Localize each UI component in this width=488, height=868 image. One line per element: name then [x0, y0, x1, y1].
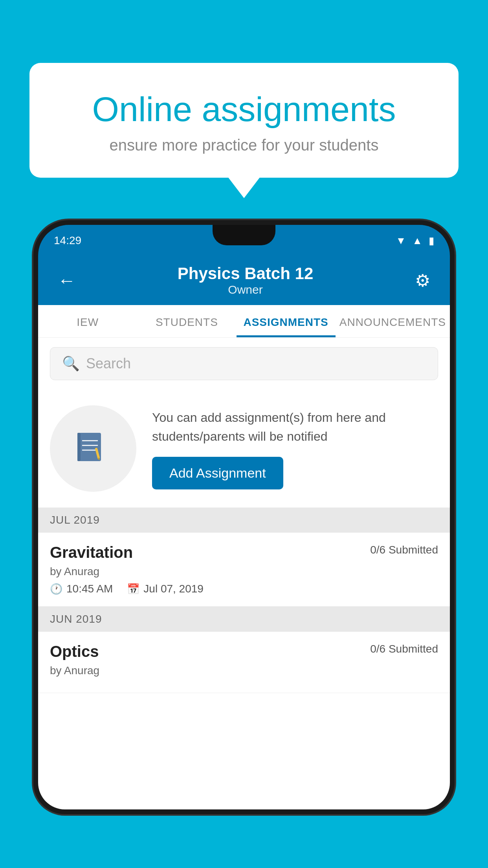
submitted-count-optics: 0/6 Submitted — [370, 643, 438, 655]
volume-up-button — [33, 335, 36, 362]
tab-assignments[interactable]: ASSIGNMENTS — [237, 305, 336, 337]
tab-announcements[interactable]: ANNOUNCEMENTS — [336, 305, 450, 337]
speech-bubble-container: Online assignments ensure more practice … — [29, 63, 459, 178]
status-bar: 14:29 ▼ ▲ ▮ — [38, 225, 450, 256]
back-button[interactable]: ← — [58, 270, 76, 291]
add-assignment-button[interactable]: Add Assignment — [152, 457, 283, 489]
assignment-date: Jul 07, 2019 — [143, 583, 204, 595]
assignment-text-area: You can add assignment(s) from here and … — [152, 408, 438, 489]
meta-date: 📅 Jul 07, 2019 — [127, 583, 204, 595]
bubble-subtitle: ensure more practice for your students — [61, 136, 427, 154]
power-button — [452, 362, 455, 402]
meta-time: 🕐 10:45 AM — [50, 583, 113, 595]
submitted-count: 0/6 Submitted — [370, 544, 438, 556]
month-divider-jun: JUN 2019 — [38, 607, 450, 632]
status-time: 14:29 — [54, 234, 81, 247]
notebook-svg-icon — [73, 429, 113, 468]
app-header: ← Physics Batch 12 Owner ⚙ — [38, 256, 450, 305]
assignment-time: 10:45 AM — [66, 583, 113, 595]
assignment-by-optics: by Anurag — [50, 664, 438, 677]
phone-wrapper: 14:29 ▼ ▲ ▮ ← Physics Batch 12 Owner ⚙ I… — [33, 220, 455, 868]
tab-bar: IEW STUDENTS ASSIGNMENTS ANNOUNCEMENTS — [38, 305, 450, 338]
battery-icon: ▮ — [429, 235, 434, 247]
svg-rect-1 — [77, 433, 81, 461]
phone-frame: 14:29 ▼ ▲ ▮ ← Physics Batch 12 Owner ⚙ I… — [33, 220, 455, 814]
tab-iew[interactable]: IEW — [38, 305, 137, 337]
assignment-meta: 🕐 10:45 AM 📅 Jul 07, 2019 — [50, 583, 438, 595]
assignment-name-optics: Optics — [50, 643, 99, 660]
assignment-item-optics[interactable]: Optics 0/6 Submitted by Anurag — [38, 632, 450, 693]
assignment-by: by Anurag — [50, 565, 438, 578]
tab-students[interactable]: STUDENTS — [137, 305, 236, 337]
assignment-item-top-optics: Optics 0/6 Submitted — [50, 643, 438, 660]
add-assignment-section: You can add assignment(s) from here and … — [38, 390, 450, 508]
clock-icon: 🕐 — [50, 583, 62, 595]
header-title: Physics Batch 12 — [178, 264, 314, 283]
calendar-icon: 📅 — [127, 583, 139, 595]
assignment-name: Gravitation — [50, 544, 133, 561]
assignment-item-top: Gravitation 0/6 Submitted — [50, 544, 438, 561]
signal-icon: ▲ — [412, 235, 422, 247]
search-icon: 🔍 — [62, 355, 80, 372]
status-icons: ▼ ▲ ▮ — [396, 235, 434, 247]
header-subtitle: Owner — [178, 283, 314, 296]
month-divider-jul: JUL 2019 — [38, 508, 450, 533]
volume-down-button — [33, 374, 36, 421]
settings-button[interactable]: ⚙ — [415, 270, 430, 291]
assignment-icon-circle — [50, 405, 136, 492]
notch — [213, 225, 275, 245]
header-center: Physics Batch 12 Owner — [178, 264, 314, 296]
silent-button — [33, 433, 36, 480]
content-area: 🔍 Search — [38, 338, 450, 809]
assignment-item-gravitation[interactable]: Gravitation 0/6 Submitted by Anurag 🕐 10… — [38, 533, 450, 607]
search-container: 🔍 Search — [38, 338, 450, 390]
search-placeholder: Search — [86, 355, 131, 372]
search-bar[interactable]: 🔍 Search — [50, 347, 438, 380]
assignment-description: You can add assignment(s) from here and … — [152, 408, 438, 446]
wifi-icon: ▼ — [396, 235, 406, 247]
speech-bubble: Online assignments ensure more practice … — [29, 63, 459, 178]
bubble-title: Online assignments — [61, 90, 427, 129]
